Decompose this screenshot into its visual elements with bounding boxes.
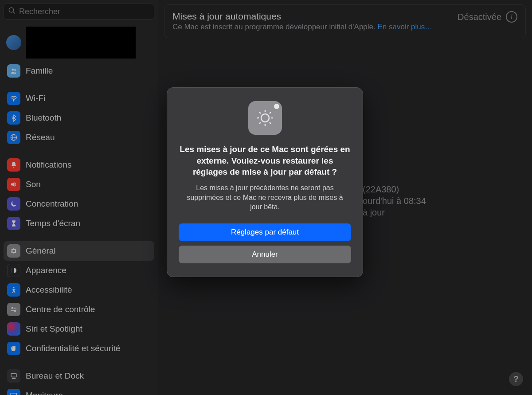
cancel-button[interactable]: Annuler xyxy=(179,246,351,263)
default-settings-button[interactable]: Réglages par défaut xyxy=(179,223,351,241)
badge-dot-icon xyxy=(274,104,279,109)
modal-body: Les mises à jour précédentes ne seront p… xyxy=(179,183,351,212)
svg-point-20 xyxy=(261,114,269,122)
modal-title: Les mises à jour de ce Mac sont gérées e… xyxy=(179,144,351,178)
restore-defaults-modal: Les mises à jour de ce Mac sont gérées e… xyxy=(167,87,363,277)
gear-badge-icon xyxy=(248,101,282,135)
